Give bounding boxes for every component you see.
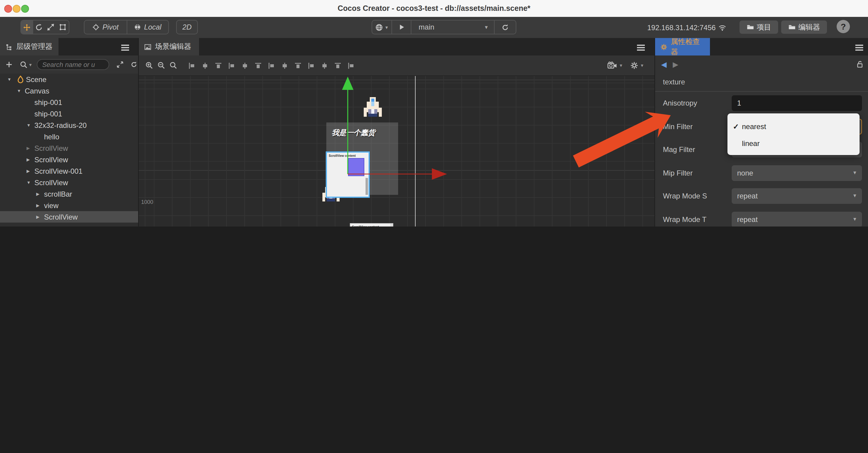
align-icon-6[interactable] (268, 62, 275, 69)
hierarchy-node-ship-001[interactable]: ship-001 (0, 108, 138, 119)
chevron-down-icon: ▼ (484, 24, 489, 30)
help-button[interactable]: ? (837, 20, 850, 33)
hierarchy-search-input[interactable] (37, 59, 109, 70)
align-icon-12[interactable] (347, 62, 355, 69)
window-title: Cocos Creator - cocos3-test - db://asset… (0, 4, 868, 13)
align-icon-11[interactable] (334, 62, 341, 69)
property-input-anisotropy[interactable]: 1 (732, 95, 862, 111)
check-icon: ✓ (733, 120, 739, 133)
align-icon-9[interactable] (308, 62, 315, 69)
hierarchy-node-ScrollView[interactable]: ▶ScrollView (0, 154, 138, 165)
main-toolbar: Pivot Local 2D ▼ main ▼ 192.168.31.142:7… (0, 17, 868, 39)
ship-sprite[interactable] (360, 97, 386, 121)
align-icon-0[interactable] (188, 62, 195, 69)
hierarchy-node-hello[interactable]: hello (0, 131, 138, 142)
inspector-tab-label: 属性检查器 (671, 36, 705, 57)
gear-icon (660, 43, 667, 50)
inspector-tabbar: 属性检查器 (655, 38, 868, 56)
search-type-button[interactable]: ▼ (20, 61, 33, 68)
hierarchy-tab[interactable]: 层级管理器 (0, 38, 59, 56)
align-icon-10[interactable] (321, 62, 328, 69)
hierarchy-node-ScrollView[interactable]: ▶ScrollView (0, 142, 138, 154)
hierarchy-node-ScrollView[interactable]: ▶ScrollView (0, 211, 138, 222)
open-editor-button[interactable]: 编辑器 (781, 21, 827, 34)
collapse-arrow-icon[interactable]: ▼ (17, 89, 21, 93)
align-icon-2[interactable] (215, 62, 222, 69)
scrollview-node-2[interactable]: ScrollView content (349, 223, 393, 227)
preview-platform-button[interactable]: ▼ (372, 21, 392, 34)
hierarchy-node-scrollBar[interactable]: ▶scrollBar (0, 188, 138, 200)
hierarchy-menu-icon[interactable] (121, 44, 129, 52)
align-icon-1[interactable] (202, 62, 209, 69)
inspector-tab[interactable]: 属性检查器 (655, 38, 710, 56)
label-node-text[interactable]: 我是一个蠢货 (332, 128, 375, 138)
scene-tabbar: 场景编辑器 (139, 38, 654, 56)
lock-icon[interactable] (856, 60, 864, 68)
expand-arrow-icon[interactable]: ▶ (27, 146, 30, 151)
scale-tool-button[interactable] (45, 21, 57, 34)
scene-viewport[interactable]: ScrollView content 我是一个蠢货 ScrollView con… (139, 76, 654, 227)
history-back-button[interactable]: ◀ (661, 60, 666, 69)
zoom-out-button[interactable] (157, 62, 165, 69)
hierarchy-node-32x32-radius-20[interactable]: ▼32x32-radius-20 (0, 119, 138, 131)
option-label: linear (742, 137, 760, 150)
expand-all-button[interactable] (116, 61, 124, 68)
property-label-anisotropy: Anisotropy (663, 99, 697, 108)
min-filter-dropdown-popup: ✓ nearest linear (727, 113, 860, 155)
property-select-wrap-mode-t[interactable]: repeat▼ (732, 211, 862, 227)
move-tool-button[interactable] (21, 21, 33, 34)
expand-arrow-icon[interactable]: ▶ (36, 203, 39, 208)
scene-select[interactable]: main ▼ (411, 21, 494, 34)
tree-icon (5, 43, 13, 50)
expand-arrow-icon[interactable]: ▶ (27, 157, 30, 162)
expand-arrow-icon[interactable]: ▶ (36, 192, 39, 197)
zoom-in-button[interactable] (145, 62, 153, 69)
scrollview-node-1[interactable]: ScrollView content (326, 151, 370, 198)
align-icon-3[interactable] (228, 62, 235, 69)
zoom-reset-button[interactable] (169, 62, 177, 69)
local-label: Local (144, 23, 161, 31)
refresh-scene-button[interactable] (495, 21, 516, 34)
align-icon-8[interactable] (294, 62, 302, 69)
collapse-arrow-icon[interactable]: ▼ (27, 123, 31, 127)
hierarchy-node-ship-001[interactable]: ship-001 (0, 96, 138, 108)
history-forward-button[interactable]: ▶ (673, 60, 678, 69)
hierarchy-node-ScrollView-001[interactable]: ▶ScrollView-001 (0, 165, 138, 177)
scene-tab[interactable]: 场景编辑器 (139, 38, 199, 56)
node-label: ScrollView (34, 144, 68, 152)
collapse-arrow-icon[interactable]: ▼ (7, 77, 11, 82)
connection-address: 192.168.31.142:7456 (647, 24, 716, 32)
2d-toggle-button[interactable]: 2D (177, 21, 197, 34)
scene-settings-button[interactable]: ▼ (630, 62, 644, 69)
property-select-wrap-mode-s[interactable]: repeat▼ (732, 188, 862, 204)
dropdown-option-nearest[interactable]: ✓ nearest (727, 120, 860, 133)
scene-camera-button[interactable]: ▼ (608, 62, 623, 69)
coordinate-space-button[interactable]: Local (127, 21, 168, 34)
refresh-hierarchy-button[interactable] (130, 61, 137, 68)
inspector-menu-icon[interactable] (855, 44, 863, 52)
hierarchy-node-Canvas[interactable]: ▼Canvas (0, 85, 138, 96)
hierarchy-node-view[interactable]: ▶view (0, 200, 138, 211)
rotate-tool-button[interactable] (33, 21, 45, 34)
open-project-button[interactable]: 项目 (740, 21, 778, 34)
collapse-arrow-icon[interactable]: ▼ (27, 180, 31, 185)
hierarchy-node-Scene[interactable]: ▼Scene (0, 73, 138, 85)
align-icon-7[interactable] (281, 62, 288, 69)
expand-arrow-icon[interactable]: ▶ (36, 215, 39, 219)
property-select-mip-filter[interactable]: none▼ (732, 165, 862, 181)
hierarchy-node-ScrollView[interactable]: ▼ScrollView (0, 177, 138, 188)
scene-select-value: main (418, 23, 434, 31)
2d-3d-toggle-group: 2D (176, 20, 198, 34)
hierarchy-panel: 层级管理器 ▼ ▼Scene▼Canvasship-001ship-001▼32… (0, 38, 139, 227)
property-label-mip-filter: Mip Filter (663, 169, 693, 177)
align-icon-4[interactable] (241, 62, 249, 69)
expand-arrow-icon[interactable]: ▶ (27, 169, 30, 174)
pivot-toggle-button[interactable]: Pivot (85, 21, 126, 34)
create-node-button[interactable] (5, 61, 13, 68)
scene-menu-icon[interactable] (637, 44, 645, 52)
play-button[interactable] (392, 21, 411, 34)
align-icon-5[interactable] (254, 62, 262, 69)
rect-tool-button[interactable] (57, 21, 69, 34)
dropdown-option-linear[interactable]: linear (727, 137, 860, 150)
option-label: nearest (742, 120, 766, 133)
